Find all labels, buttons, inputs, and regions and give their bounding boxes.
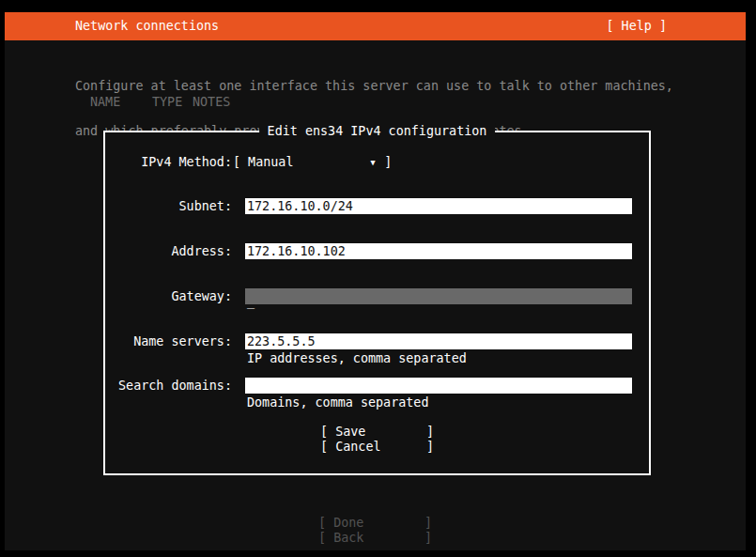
column-header-name: NAME: [90, 95, 120, 109]
name-servers-label: Name servers:: [105, 333, 232, 349]
column-header-type: TYPE: [152, 95, 182, 109]
name-servers-help: IP addresses, comma separated: [247, 351, 467, 365]
cancel-button[interactable]: [ Cancel ]: [105, 440, 649, 455]
subnet-label: Subnet:: [105, 198, 232, 214]
intro-line-1: Configure at least one interface this se…: [75, 79, 673, 94]
header-bar: Network connections [ Help ]: [5, 12, 746, 40]
dialog-title: Edit ens34 IPv4 configuration: [259, 123, 496, 140]
terminal-screen: Network connections [ Help ] Configure a…: [5, 12, 746, 550]
ipv4-method-dropdown[interactable]: [ Manual ▾ ]: [233, 154, 392, 170]
name-servers-input[interactable]: [245, 333, 632, 349]
save-button[interactable]: [ Save ]: [105, 425, 649, 440]
search-domains-help: Domains, comma separated: [247, 395, 428, 410]
gateway-label: Gateway:: [105, 288, 232, 304]
column-header-notes: NOTES: [193, 95, 230, 109]
search-domains-label: Search domains:: [105, 378, 232, 394]
ipv4-method-label: IPv4 Method:: [105, 154, 232, 170]
back-button[interactable]: [ Back ]: [5, 531, 746, 546]
help-button[interactable]: [ Help ]: [607, 12, 668, 40]
page-title: Network connections: [75, 12, 219, 40]
search-domains-input[interactable]: [245, 378, 632, 394]
address-input[interactable]: [245, 243, 632, 259]
text-cursor: _: [247, 297, 255, 306]
gateway-input[interactable]: _: [245, 288, 632, 304]
edit-ipv4-dialog: Edit ens34 IPv4 configuration IPv4 Metho…: [103, 131, 651, 475]
subnet-input[interactable]: [245, 198, 632, 214]
address-label: Address:: [105, 243, 232, 259]
done-button[interactable]: [ Done ]: [5, 516, 746, 531]
